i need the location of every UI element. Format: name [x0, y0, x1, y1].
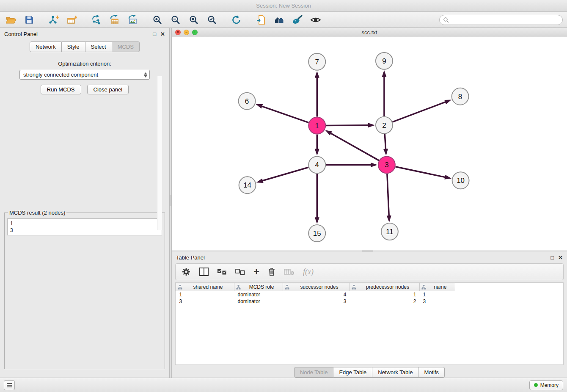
zoom-selected-button[interactable] [205, 13, 219, 27]
criterion-selected-value: strongly connected component [23, 72, 98, 78]
table-cell[interactable]: 3 [420, 298, 455, 305]
graph-node-7[interactable]: 7 [308, 53, 325, 70]
column-header-successor-nodes[interactable]: successor nodes [283, 283, 350, 291]
clone-network-button[interactable] [254, 13, 268, 27]
graph-node-9[interactable]: 9 [376, 52, 393, 69]
home-icon [273, 15, 285, 25]
criterion-select[interactable]: strongly connected component [19, 70, 150, 80]
task-history-button[interactable] [4, 380, 15, 390]
tab-motifs[interactable]: Motifs [418, 367, 445, 378]
control-panel-float-button[interactable]: □ [153, 31, 156, 37]
table-cell[interactable]: 3 [283, 298, 350, 305]
network-window-minimize-button[interactable]: − [184, 30, 189, 35]
memory-button[interactable]: Memory [529, 380, 563, 390]
table-tabs: Node Table Edge Table Network Table Moti… [294, 367, 445, 378]
network-view-window: ✕ − + scc.txt 7968124314101511 [172, 28, 567, 250]
column-header-shared-name[interactable]: shared name [176, 283, 234, 291]
graph-edge-3-11[interactable] [387, 174, 389, 216]
graph-node-4[interactable]: 4 [308, 156, 325, 173]
tab-style[interactable]: Style [62, 41, 85, 52]
node-table-container: shared nameMCDS rolesuccessor nodesprede… [175, 282, 564, 365]
export-table-button[interactable] [108, 13, 121, 27]
graph-node-2[interactable]: 2 [376, 117, 393, 134]
network-window-maximize-button[interactable]: + [192, 30, 198, 35]
export-network-button[interactable] [90, 13, 103, 27]
close-panel-button[interactable]: Close panel [87, 85, 129, 94]
zoom-selected-icon [207, 15, 217, 25]
graph-edge-1-2[interactable] [326, 125, 369, 126]
graph-node-6[interactable]: 6 [239, 93, 256, 110]
horizontal-panel-divider[interactable] [172, 250, 567, 252]
graph-node-14[interactable]: 14 [239, 177, 256, 193]
tab-network[interactable]: Network [30, 41, 62, 52]
table-cell[interactable]: 1 [420, 291, 455, 298]
graph-node-3[interactable]: 3 [378, 156, 395, 173]
import-table-button[interactable] [65, 13, 79, 27]
tab-select[interactable]: Select [85, 41, 112, 52]
import-network-button[interactable] [47, 13, 61, 27]
save-session-button[interactable] [22, 13, 36, 27]
refresh-button[interactable] [230, 13, 243, 27]
column-header-predecessor-nodes[interactable]: predecessor nodes [350, 283, 420, 291]
table-cell[interactable]: 1 [350, 291, 420, 298]
open-session-button[interactable] [4, 13, 18, 27]
paint-style-icon [292, 15, 303, 25]
export-image-icon [127, 15, 138, 25]
search-input[interactable] [449, 17, 559, 23]
edge-arrowhead-icon [368, 123, 375, 127]
divider-grip[interactable] [170, 195, 171, 206]
graph-node-1[interactable]: 1 [308, 117, 325, 134]
tab-network-table[interactable]: Network Table [372, 367, 418, 378]
table-row[interactable]: 3dominator323 [176, 298, 564, 305]
search-box[interactable] [439, 15, 563, 25]
show-hide-button[interactable] [309, 13, 322, 27]
overview-button[interactable] [272, 13, 286, 27]
table-row[interactable]: 1dominator411 [176, 291, 564, 298]
table-panel-close-button[interactable]: ✕ [558, 254, 563, 261]
result-scrollbar[interactable] [157, 76, 162, 230]
show-columns-button[interactable] [199, 268, 209, 276]
graph-node-11[interactable]: 11 [381, 223, 398, 240]
graph-edge-2-3[interactable] [385, 134, 385, 150]
table-cell[interactable]: 4 [283, 291, 350, 298]
graph-node-10[interactable]: 10 [452, 172, 469, 189]
run-mcds-button[interactable]: Run MCDS [41, 85, 81, 94]
control-panel-close-button[interactable]: ✕ [160, 31, 165, 37]
tab-mcds[interactable]: MCDS [112, 41, 140, 52]
zoom-out-button[interactable] [169, 13, 182, 27]
graph-edge-4-14[interactable] [262, 167, 308, 181]
mcds-result-text[interactable]: 1 3 [7, 218, 162, 235]
network-canvas[interactable]: 7968124314101511 [172, 37, 567, 250]
divider-grip[interactable] [362, 250, 373, 252]
zoom-in-button[interactable] [151, 13, 164, 27]
svg-text:2: 2 [382, 121, 386, 130]
edge-arrowhead-icon [371, 163, 377, 167]
window-title: Session: New Session [256, 3, 311, 9]
graph-node-15[interactable]: 15 [308, 225, 325, 242]
table-panel-float-button[interactable]: □ [550, 254, 554, 261]
table-cell[interactable]: dominator [234, 298, 283, 305]
graph-edge-3-10[interactable] [395, 167, 446, 177]
apply-style-button[interactable] [291, 13, 304, 27]
tab-edge-table[interactable]: Edge Table [333, 367, 372, 378]
table-cell[interactable]: 2 [350, 298, 420, 305]
export-image-button[interactable] [126, 13, 140, 27]
table-cell[interactable]: 1 [176, 291, 234, 298]
graph-edge-1-6[interactable] [261, 106, 308, 123]
graph-edge-2-8[interactable] [393, 102, 446, 122]
add-column-button[interactable]: + [253, 268, 259, 276]
tab-node-table[interactable]: Node Table [294, 367, 334, 378]
column-header-name[interactable]: name [420, 283, 455, 291]
table-cell[interactable]: dominator [234, 291, 283, 298]
gear-icon [182, 267, 191, 276]
deselect-all-button[interactable] [235, 269, 245, 275]
select-all-button[interactable] [217, 269, 227, 275]
column-header-mcds-role[interactable]: MCDS role [234, 283, 283, 291]
zoom-fit-button[interactable] [187, 13, 201, 27]
table-settings-button[interactable] [182, 267, 191, 276]
delete-column-button[interactable] [268, 267, 275, 276]
table-cell[interactable]: 3 [176, 298, 234, 305]
graph-node-8[interactable]: 8 [452, 88, 469, 105]
graph-edge-3-1[interactable] [330, 133, 379, 160]
network-window-close-button[interactable]: ✕ [175, 30, 181, 35]
